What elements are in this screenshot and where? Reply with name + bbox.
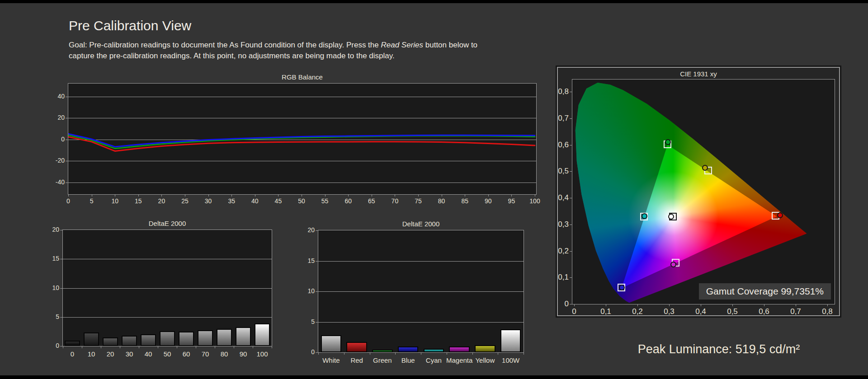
- x-tick: [120, 346, 120, 348]
- x-tick-label: 20: [152, 197, 170, 205]
- y-tick: [570, 304, 572, 304]
- x-tick: [325, 194, 326, 197]
- y-tick: [570, 251, 572, 252]
- x-tick: [370, 352, 370, 355]
- cie-measured-red: [777, 212, 783, 218]
- x-tick-label: 100: [526, 197, 544, 205]
- x-tick: [215, 346, 215, 348]
- y-tick: [316, 322, 318, 323]
- y-tick-label: 0,7: [553, 114, 569, 123]
- y-tick: [570, 118, 572, 119]
- x-tick-label: 45: [269, 197, 287, 205]
- y-tick-label: -40: [47, 178, 65, 186]
- x-tick: [272, 346, 272, 348]
- x-tick: [185, 194, 185, 197]
- x-tick-label: 40: [246, 197, 264, 205]
- x-tick: [253, 346, 253, 348]
- x-category-label: 100: [243, 350, 281, 358]
- y-tick-label: 5: [42, 313, 59, 320]
- x-tick-label: 70: [386, 197, 404, 205]
- x-tick-label: 0,5: [721, 307, 744, 316]
- bar-40: [141, 334, 156, 346]
- cie-measured-cyan: [642, 213, 647, 219]
- rgb-lines: [68, 84, 536, 194]
- x-tick-label: 0,1: [594, 307, 617, 316]
- goal-text-before: Goal: Pre-calibration readings to docume…: [69, 41, 381, 49]
- x-tick-label: 15: [129, 197, 147, 205]
- x-tick: [827, 304, 828, 306]
- x-tick-label: 0: [563, 307, 585, 316]
- bar-10: [84, 332, 99, 346]
- bar-green: [372, 350, 392, 352]
- pre-calibration-view: Pre Calibration View Goal: Pre-calibrati…: [0, 0, 868, 379]
- top-black-strip: [0, 0, 868, 3]
- bottom-black-strip: [0, 375, 868, 379]
- x-tick: [442, 194, 442, 197]
- bar-100: [255, 323, 270, 346]
- cie-measured-magenta: [670, 262, 676, 267]
- y-tick-label: 15: [297, 257, 315, 264]
- y-tick: [570, 198, 572, 198]
- page-title: Pre Calibration View: [69, 18, 191, 33]
- peak-luminance-label: Peak Luminance: 519,5 cd/m²: [592, 342, 845, 356]
- x-tick: [115, 194, 115, 197]
- x-tick-label: 25: [176, 197, 194, 205]
- bar-cyan: [424, 349, 444, 352]
- cie-1931-plot: Gamut Coverage 99,7351% 00,10,20,30,40,5…: [572, 79, 835, 304]
- x-tick-label: 80: [433, 197, 451, 205]
- y-tick-label: 10: [297, 287, 315, 295]
- x-tick: [101, 346, 101, 348]
- y-tick-label: 0: [553, 299, 569, 309]
- y-tick: [60, 259, 63, 259]
- y-tick: [60, 288, 63, 289]
- bar-90: [236, 327, 251, 346]
- y-tick-label: -20: [47, 157, 65, 164]
- x-tick-label: 60: [339, 197, 357, 205]
- goal-text-read-series: Read Series: [381, 41, 423, 49]
- y-tick-label: 0: [42, 342, 59, 349]
- x-tick: [348, 194, 349, 197]
- bar-80: [217, 329, 232, 346]
- gridline: [318, 261, 524, 262]
- x-tick: [465, 194, 465, 197]
- y-tick-label: 15: [42, 255, 59, 262]
- goal-text: Goal: Pre-calibration readings to docume…: [69, 40, 503, 61]
- x-category-label: 100W: [485, 356, 537, 364]
- cie-measured-white: [668, 214, 674, 220]
- x-tick-label: 0,6: [753, 307, 775, 316]
- color-deltae-title: DeltaE 2000: [318, 220, 524, 228]
- x-tick-label: 50: [292, 197, 311, 205]
- x-tick: [511, 194, 512, 197]
- x-tick: [63, 346, 63, 348]
- x-tick-label: 0,7: [784, 307, 807, 316]
- x-tick-label: 0,4: [689, 307, 712, 316]
- y-tick-label: 10: [42, 284, 59, 291]
- x-tick-label: 55: [316, 197, 334, 205]
- gridline: [63, 317, 272, 318]
- x-tick-label: 30: [199, 197, 217, 205]
- x-tick: [318, 352, 319, 355]
- bar-70: [198, 330, 213, 346]
- cie-1931-title: CIE 1931 xy: [558, 70, 839, 78]
- x-tick-label: 75: [409, 197, 427, 205]
- y-tick-label: 0: [47, 136, 65, 143]
- x-tick: [138, 194, 139, 197]
- y-tick: [60, 230, 63, 230]
- y-tick-label: 0,3: [553, 220, 569, 229]
- x-tick-label: 5: [83, 197, 101, 205]
- y-tick-label: 5: [297, 318, 315, 325]
- y-tick: [316, 230, 318, 231]
- x-tick: [421, 352, 421, 355]
- bar-100w: [500, 329, 521, 352]
- x-tick-label: 0,2: [626, 307, 649, 316]
- x-tick: [796, 304, 796, 306]
- gridline: [318, 291, 524, 292]
- grayscale-deltae-chart: DeltaE 2000 0510152001020304050607080901…: [62, 229, 272, 346]
- x-tick: [395, 194, 395, 197]
- x-tick-label: 95: [502, 197, 520, 205]
- y-tick: [570, 277, 572, 278]
- gridline: [63, 288, 272, 289]
- x-tick: [574, 304, 575, 306]
- x-tick-label: 10: [106, 197, 124, 205]
- bar-magenta: [449, 346, 469, 352]
